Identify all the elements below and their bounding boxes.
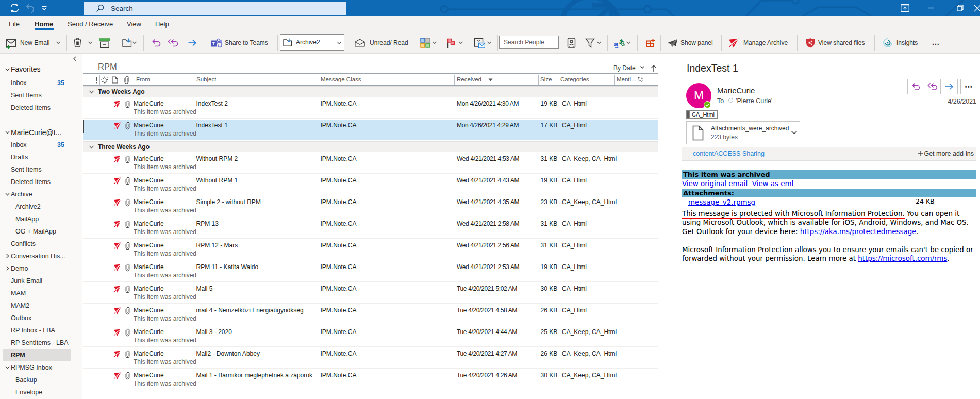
unread-read-button[interactable]: Unread/ Read <box>370 32 408 54</box>
folder-item-rp-sentitems-lba[interactable]: RP SentItems - LBA <box>0 337 82 349</box>
categorize-icon[interactable] <box>420 38 430 48</box>
forward-button[interactable] <box>941 79 957 94</box>
filter-email-icon[interactable] <box>585 38 595 48</box>
move-to-folder-icon[interactable] <box>122 38 132 48</box>
new-email-dropdown-icon[interactable] <box>56 41 61 45</box>
more-actions-button[interactable]: ••• <box>960 79 977 94</box>
folder-item-conversation-his-[interactable]: Conversation His... <box>0 250 82 262</box>
folder-item-outbox[interactable]: Outbox <box>0 312 82 324</box>
message-row[interactable]: MarieCurie RPM 12 - Mars IPM.Note.CA Wed… <box>83 239 658 260</box>
column-subject[interactable]: Subject <box>196 74 216 85</box>
message-row[interactable]: MarieCurie RPM 11 - Katita Waldo IPM.Not… <box>83 260 658 282</box>
close-icon[interactable] <box>969 0 980 16</box>
chevron-down-icon[interactable] <box>5 129 10 135</box>
folder-item-drafts[interactable]: Drafts <box>0 151 82 163</box>
message-group-header[interactable]: Three Weeks Ago <box>83 141 658 152</box>
tab-home[interactable]: Home <box>35 16 53 32</box>
view-original-email-link[interactable]: View original email <box>682 180 748 188</box>
folder-item-rp-inbox-lba[interactable]: RP Inbox - LBA <box>0 324 82 337</box>
folder-item-rpmsg-inbox[interactable]: RPMSG Inbox <box>0 361 82 374</box>
message-row[interactable]: MarieCurie Simple 2 - without RPM IPM.No… <box>83 195 658 217</box>
folder-item-mailapp[interactable]: MailApp <box>0 213 82 225</box>
unread-read-icon[interactable] <box>355 38 365 48</box>
manage-archive-button[interactable]: Manage Archive <box>743 32 788 54</box>
search-people-input[interactable]: Search People <box>499 36 559 49</box>
move-to-dropdown-icon[interactable] <box>132 41 137 45</box>
attachment-card[interactable]: Attachments_were_archived 223 bytes <box>686 121 800 144</box>
sort-direction-icon[interactable] <box>651 64 657 72</box>
message-row[interactable]: MarieCurie Without RPM 1 IPM.Note.CA Wed… <box>83 174 658 195</box>
folder-item-sent-items[interactable]: Sent Items <box>0 89 82 102</box>
minimize-icon[interactable] <box>922 0 940 16</box>
sort-by-date-button[interactable]: By Date <box>613 64 645 72</box>
filter-dropdown-icon[interactable] <box>596 41 602 45</box>
recipient-name[interactable]: 'Pierre Curie' <box>736 97 772 105</box>
tab-send-receive[interactable]: Send / Receive <box>68 16 113 32</box>
forward-arrow-icon[interactable] <box>188 39 197 47</box>
rpmsg-attachment-link[interactable]: message_v2.rpmsg <box>688 198 755 206</box>
follow-up-flag-icon[interactable] <box>446 38 456 48</box>
folder-item-inbox[interactable]: Inbox35 <box>0 77 82 89</box>
tab-view[interactable]: View <box>127 16 141 32</box>
folder-item-mam[interactable]: MAM <box>0 287 82 300</box>
group-collapse-icon[interactable] <box>89 144 94 150</box>
sender-name[interactable]: MarieCurie <box>717 86 755 95</box>
translate-dropdown-icon[interactable] <box>626 41 631 45</box>
folder-item-deleted-items[interactable]: Deleted Items <box>0 102 82 114</box>
rules-dropdown-icon[interactable] <box>487 41 492 45</box>
folder-item-rpm[interactable]: RPM <box>0 349 82 361</box>
folder-item-inbox[interactable]: Inbox35 <box>0 139 82 151</box>
contentaccess-sharing-link[interactable]: contentACCESS Sharing <box>693 147 765 160</box>
folder-item-envelope[interactable]: Envelope <box>0 386 82 398</box>
chevron-down-icon[interactable] <box>5 66 10 72</box>
folder-item-archive2[interactable]: Archive2 <box>0 201 82 213</box>
message-row[interactable]: MarieCurie Mail 3 - 2020 IPM.Note.CA Tue… <box>83 325 658 347</box>
folder-item-og-mailapp[interactable]: OG + MailApp <box>0 225 82 238</box>
archive-icon[interactable] <box>99 38 110 48</box>
message-row[interactable]: MarieCurie Mail2 - Downton Abbey IPM.Not… <box>83 347 658 369</box>
sync-send-receive-icon[interactable] <box>8 0 21 16</box>
microsoft-rms-link[interactable]: https://microsoft.com/rms <box>858 255 947 262</box>
collapse-folder-pane-icon[interactable] <box>71 55 78 62</box>
new-email-icon[interactable] <box>6 38 17 49</box>
folder-item-junk-email[interactable]: Junk Email <box>0 275 82 287</box>
folder-item-deleted-items[interactable]: Deleted Items <box>0 176 82 188</box>
shared-files-shield-icon[interactable] <box>806 38 815 48</box>
combo-dropdown-icon[interactable] <box>337 41 342 45</box>
folder-group-mariecurie-t-[interactable]: MarieCurie@t... <box>0 126 82 139</box>
chevron-down-icon[interactable] <box>5 364 10 370</box>
show-panel-icon[interactable] <box>667 39 678 48</box>
reply-button[interactable] <box>908 79 924 94</box>
undo-icon[interactable] <box>24 0 36 16</box>
delete-dropdown-icon[interactable] <box>88 41 93 45</box>
message-row[interactable]: MarieCurie Mail 5 IPM.Note.CA Tue 4/20/2… <box>83 282 658 304</box>
chevron-right-icon[interactable] <box>5 253 10 259</box>
folder-item-sent-items[interactable]: Sent Items <box>0 163 82 176</box>
column-size[interactable]: Size <box>540 74 552 85</box>
item-type-column-icon[interactable] <box>112 76 118 84</box>
attachment-dropdown-icon[interactable] <box>791 130 798 135</box>
column-message-class[interactable]: Message Class <box>321 74 361 85</box>
tab-file[interactable]: File <box>9 16 20 32</box>
tab-help[interactable]: Help <box>155 16 169 32</box>
folder-item-mam2[interactable]: MAM2 <box>0 300 82 312</box>
reply-all-button[interactable] <box>924 79 941 94</box>
folder-item-backup[interactable]: Backup <box>0 374 82 386</box>
folder-group-favorites[interactable]: Favorites <box>0 63 82 75</box>
address-book-icon[interactable] <box>567 38 576 48</box>
flag-dropdown-icon[interactable] <box>458 41 463 45</box>
importance-column-icon[interactable] <box>95 76 98 84</box>
get-more-addins-link[interactable]: Get more add-ins <box>924 147 974 160</box>
message-row[interactable]: MarieCurie RPM 13 IPM.Note.CA Wed 4/21/2… <box>83 217 658 239</box>
addin-grid-icon[interactable] <box>645 38 655 48</box>
column-mentions[interactable]: Menti... <box>617 74 637 85</box>
column-categories[interactable]: Categories <box>560 74 589 85</box>
reply-all-icon[interactable] <box>167 38 179 47</box>
message-row[interactable]: MarieCurie IndexTest 1 IPM.Note.CA Mon 4… <box>83 120 658 140</box>
teams-icon[interactable] <box>210 38 222 48</box>
delete-icon[interactable] <box>73 38 82 47</box>
insights-icon[interactable] <box>883 38 893 48</box>
attachment-column-icon[interactable] <box>124 76 129 84</box>
folder-item-demo[interactable]: Demo <box>0 262 82 275</box>
message-row[interactable]: MarieCurie IndexTest 2 IPM.Note.CA Mon 4… <box>83 97 658 119</box>
